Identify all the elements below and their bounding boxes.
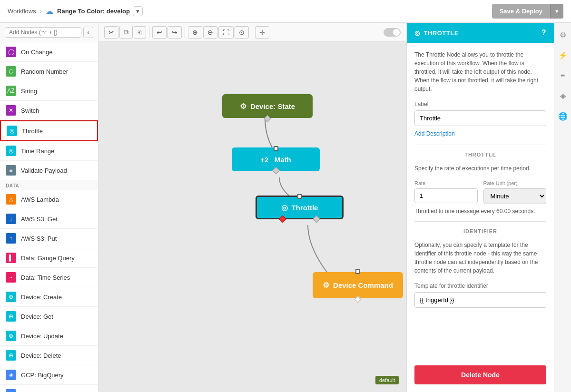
zoom-reset-button[interactable]: ⊙ <box>235 26 249 39</box>
sidebar: ‹ ◯On Change⬡Random NumberAZString✕Switc… <box>0 23 98 392</box>
toggle-area <box>384 28 401 37</box>
section-data-label: DATA <box>0 180 98 190</box>
node-device-state[interactable]: ⚙ Device: State <box>222 94 313 118</box>
breadcrumb-separator: › <box>40 8 42 15</box>
help-icon[interactable]: ? <box>541 29 546 37</box>
sidebar-item-label: Device: Create <box>21 294 62 301</box>
topbar-right: Save & Deploy ▾ <box>492 4 563 19</box>
sidebar-item-validate-payload[interactable]: ≡Validate Payload <box>0 161 98 180</box>
enable-toggle[interactable] <box>384 28 401 37</box>
sidebar-item-data--gauge-query[interactable]: ▌Data: Gauge Query <box>0 248 98 268</box>
right-panel-header: ◎ THROTTLE ? <box>407 23 554 43</box>
save-deploy-button[interactable]: Save & Deploy <box>492 4 550 19</box>
rate-col: Rate <box>414 180 478 204</box>
label-input[interactable] <box>414 110 546 126</box>
breadcrumb-root[interactable]: Workflows <box>8 8 36 15</box>
save-deploy-arrow-button[interactable]: ▾ <box>550 4 563 19</box>
toolbar-separator-2 <box>185 27 185 38</box>
aws-s3--get-icon: ↓ <box>6 214 16 224</box>
sidebar-item-aws-s3--put[interactable]: ↑AWS S3: Put <box>0 229 98 248</box>
copy-button[interactable]: ⧉ <box>119 26 133 39</box>
template-label: Template for throttle identifier <box>414 283 546 289</box>
bolt-icon-btn[interactable]: ⚡ <box>556 49 570 62</box>
undo-button[interactable]: ↩ <box>152 26 167 39</box>
data--gauge-query-icon: ▌ <box>6 253 16 263</box>
node-device-command[interactable]: ⚙ Device Command <box>313 272 403 298</box>
workflow-dropdown-button[interactable]: ▾ <box>133 6 143 16</box>
throttle-section-desc: Specify the rate of executions per time … <box>414 164 546 173</box>
canvas[interactable]: ⚙ Device: State +2 Math ◎ Throttle <box>98 42 406 392</box>
sidebar-item-label: GCP: BigQuery <box>21 372 64 379</box>
sidebar-item-device--create[interactable]: ⊕Device: Create <box>0 287 98 307</box>
sidebar-item-label: On Change <box>21 49 53 56</box>
sidebar-item-string[interactable]: AZString <box>0 81 98 101</box>
device-state-icon: ⚙ <box>240 102 246 111</box>
delete-node-button[interactable]: Delete Node <box>414 365 546 384</box>
list-icon-btn[interactable]: ≡ <box>559 69 567 82</box>
switch-icon: ✕ <box>6 105 16 116</box>
sidebar-item-on-change[interactable]: ◯On Change <box>0 42 98 62</box>
node-math-bottom-connector <box>272 167 280 175</box>
cut-button[interactable]: ✂ <box>104 26 118 39</box>
sidebar-item-label: AWS S3: Get <box>21 216 58 223</box>
sidebar-item-device--get[interactable]: ⊕Device: Get <box>0 307 98 326</box>
main-layout: ‹ ◯On Change⬡Random NumberAZString✕Switc… <box>0 23 571 392</box>
node-command-top-port <box>355 269 360 274</box>
sidebar-item-label: Data: Time Series <box>21 274 70 281</box>
toolbar-separator <box>149 27 149 38</box>
node-throttle-right-connector <box>313 216 321 223</box>
zoom-out-button[interactable]: ⊖ <box>203 26 217 39</box>
device-command-icon: ⚙ <box>323 281 329 290</box>
node-bottom-connector <box>264 115 271 123</box>
topbar: Workflows › ☁ Range To Color: develop ▾ … <box>0 0 571 23</box>
device--create-icon: ⊕ <box>6 292 16 302</box>
device--delete-icon: ⊕ <box>6 350 16 361</box>
node-throttle[interactable]: ◎ Throttle <box>256 196 344 219</box>
sidebar-item-time-range[interactable]: ◎Time Range <box>0 141 98 161</box>
add-description-link[interactable]: Add Description <box>414 130 455 137</box>
string-icon: AZ <box>6 86 16 96</box>
gcp--bigquery-icon: ◈ <box>6 370 16 380</box>
sidebar-item-aws-s3--get[interactable]: ↓AWS S3: Get <box>0 209 98 229</box>
sidebar-item-label: AWS Lambda <box>21 196 59 203</box>
breadcrumb: Workflows › ☁ Range To Color: develop ▾ <box>8 6 143 16</box>
search-box[interactable] <box>5 27 81 38</box>
search-input[interactable] <box>9 29 77 36</box>
aws-lambda-icon: △ <box>6 194 16 205</box>
sidebar-item-label: AWS S3: Put <box>21 235 57 242</box>
sidebar-item-gcp--bigquery[interactable]: ◈GCP: BigQuery <box>0 365 98 385</box>
node-throttle-left-connector <box>279 216 286 223</box>
sidebar-item-device--delete[interactable]: ⊕Device: Delete <box>0 346 98 365</box>
sidebar-back-button[interactable]: ‹ <box>83 27 93 38</box>
node-math[interactable]: +2 Math <box>232 147 320 171</box>
sidebar-item-throttle[interactable]: ◎Throttle <box>0 120 98 141</box>
sidebar-item-random-number[interactable]: ⬡Random Number <box>0 62 98 81</box>
paste-button[interactable]: ⎗ <box>134 26 146 39</box>
zoom-in-button[interactable]: ⊕ <box>188 26 202 39</box>
template-input[interactable] <box>414 292 546 308</box>
rate-input[interactable] <box>414 188 478 203</box>
node-command-bottom-connector <box>354 296 362 304</box>
sidebar-toolbar: ‹ <box>0 23 98 42</box>
node-device-command-label: Device Command <box>333 281 393 289</box>
add-node-button[interactable]: ✛ <box>255 26 269 39</box>
on-change-icon: ◯ <box>6 47 16 57</box>
globe-icon-btn[interactable]: 🌐 <box>556 110 570 123</box>
sidebar-item-aws-lambda[interactable]: △AWS Lambda <box>0 190 98 209</box>
sidebar-item-device--update[interactable]: ⊕Device: Update <box>0 326 98 346</box>
sidebar-item-label: Device: Delete <box>21 352 61 359</box>
aws-s3--put-icon: ↑ <box>6 233 16 244</box>
node-throttle-top-port <box>297 194 302 199</box>
redo-button[interactable]: ↪ <box>167 26 182 39</box>
sidebar-item-switch[interactable]: ✕Switch <box>0 101 98 120</box>
sidebar-item-gcp--ml[interactable]: ◈GCP: ML <box>0 385 98 392</box>
fit-button[interactable]: ⛶ <box>218 26 234 39</box>
settings-icon-btn[interactable]: ⚙ <box>558 29 568 41</box>
throttle-icon: ◎ <box>7 126 17 136</box>
rate-unit-col: Rate Unit (per) Second Minute Hour Day <box>483 180 547 204</box>
default-badge: default <box>375 376 399 384</box>
gear2-icon-btn[interactable]: ◈ <box>558 89 568 102</box>
sidebar-item-label: Validate Payload <box>21 167 67 174</box>
rate-unit-select[interactable]: Second Minute Hour Day <box>483 188 547 204</box>
sidebar-item-data--time-series[interactable]: ~Data: Time Series <box>0 268 98 287</box>
